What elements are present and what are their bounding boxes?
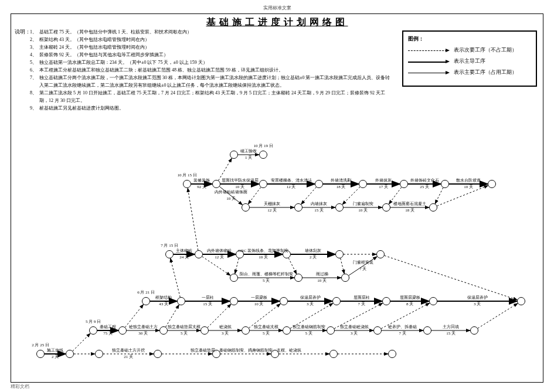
node-date-label: 2 月 25 日 [32,343,49,348]
network-node [382,297,390,305]
explanation-item: 6、本工程施工分桩基础施工和独立基础施工二块；桩基础施工范围 48 栋、独立基础… [30,66,393,74]
network-node [259,151,267,159]
activity-label: 门窗扇制安 [353,202,373,207]
network-node [183,180,191,188]
explanation-item: 7、独立基础施工分两个流水施工段，一个施工流水段施工范围 30 栋，本网络计划图… [30,74,393,89]
duration-label: 24 天 [179,255,189,260]
activity-label: 独立基础砼浇筑 [340,325,369,330]
svg-line-35 [349,257,377,275]
activity-label: 保温层养护 [300,295,321,301]
svg-line-50 [219,158,232,180]
svg-line-61 [248,188,261,204]
node-date-label: 7 月 15 日 [161,243,178,248]
activity-label: 屋面层梁板 [400,295,420,301]
duration-label: 10 天 [235,185,244,190]
activity-label: 土方回填 [443,325,459,330]
svg-line-36 [385,255,518,300]
network-node [441,180,449,188]
activity-label: 施工放线 [47,348,63,353]
network-node [242,326,250,335]
network-node [283,326,291,335]
network-node [423,326,431,335]
network-node [517,297,525,305]
activity-label: 外墙抹灰 [375,178,392,183]
diagram-title: 基础施工进度计划网络图 [11,16,543,29]
duration-label: 7 天 [358,302,365,307]
activity-label: 楼地面磨石混凝土 [393,202,426,207]
duration-label: 10 天 [226,196,236,202]
network-node [118,326,127,335]
svg-line-1 [73,333,90,351]
activity-label: 一层梁板 [251,295,267,301]
legend-box: 图例： 表示次要工序（不占工期）表示主导工序表示主要工序（占用工期） [402,30,537,87]
network-node [294,203,303,212]
explanation-list: 1、基础工程 75 天。（其中包括分中弹线 1 天、柱筋安装、和技术间歇在内）2… [30,28,393,112]
network-node [66,350,74,358]
network-node [259,180,267,188]
duration-label: 3 天 [351,331,358,336]
duration-label: 15 天 [203,302,212,307]
network-node [341,274,349,282]
svg-line-37 [188,188,198,250]
duration-label: 15 天 [446,331,456,336]
svg-line-58 [235,258,239,274]
network-node [142,297,150,305]
network-node [400,180,408,188]
network-node [154,350,162,358]
page-footer: 精彩文档 [11,383,29,390]
network-node [230,274,238,282]
activity-label: 雨过梯 [316,272,328,277]
activity-label: 阳台、雨蓬、楼梯等栏杆制安 [240,272,293,277]
duration-label: 12 天 [215,255,224,260]
network-node [332,297,341,305]
network-node [212,180,220,188]
svg-line-19 [478,304,518,329]
duration-label: 18 天 [337,185,346,190]
activity-label: 外墙饰砖文化石 [410,178,439,183]
activity-label: GRC 装饰线条、花架等制安 [238,248,288,254]
network-node [335,250,344,258]
duration-label: 15 天 [314,208,324,213]
activity-label: 墙体刮灰 [305,248,321,254]
legend-item: 表示次要工序（不占工期） [408,46,531,54]
network-node [230,297,238,305]
activity-label: 屋面层柱 [354,295,370,301]
duration-label: 1 天 [245,155,252,161]
activity-label: 天棚抹灰 [264,202,280,207]
page-header: 实用标准文案 [11,5,543,11]
activity-label: 主体砌砖 [176,248,192,254]
duration-label: 25 天 [420,185,429,190]
network-node [159,326,168,335]
duration-label: 10 天 [259,255,268,260]
explain-label: 说明： [15,28,30,36]
duration-label: 2 天 [310,255,317,260]
explanation-item: 4、装修装饰 92 天。（其中包括与其他水电等工程同步穿插施工） [30,51,393,59]
network-node [95,350,103,358]
duration-label: 5 天 [305,331,312,336]
explanation-item: 5、独立基础第一流水施工段总工期：234 天。（其中±0 以下 75 天，±0 … [30,59,393,66]
activity-label: 框架结构 [155,295,172,301]
network-diagram: 2 月 25 日5 月 9 日6 月 21 日7 月 15 日10 月 15 日… [11,120,543,382]
network-node [200,326,209,335]
svg-line-26 [171,258,181,297]
duration-label: 3 天 [307,302,314,307]
network-node [376,250,385,258]
network-node [195,250,203,258]
network-node [230,151,238,159]
network-node [335,203,344,212]
activity-label: 竣工验收 [240,149,257,154]
network-node [470,326,478,335]
duration-label: 5 天 [263,331,270,336]
duration-label: 10 天 [358,208,368,213]
network-node [388,350,396,358]
activity-label: 内外墙贴砖墙饰面 [215,190,247,195]
explanation-item: 9、桩基础施工另见桩基础进度计划网络图。 [30,104,393,112]
activity-label: 内墙抹灰 [311,202,327,207]
activity-label: 一层柱 [202,295,214,301]
network-node [359,180,367,188]
network-node [294,274,303,282]
activity-label: 基础工程 [100,325,116,330]
duration-label: 10 天 [317,278,327,284]
activity-label: 砼浇筑 [219,325,232,330]
node-date-label: 10 月 19 日 [253,144,273,149]
